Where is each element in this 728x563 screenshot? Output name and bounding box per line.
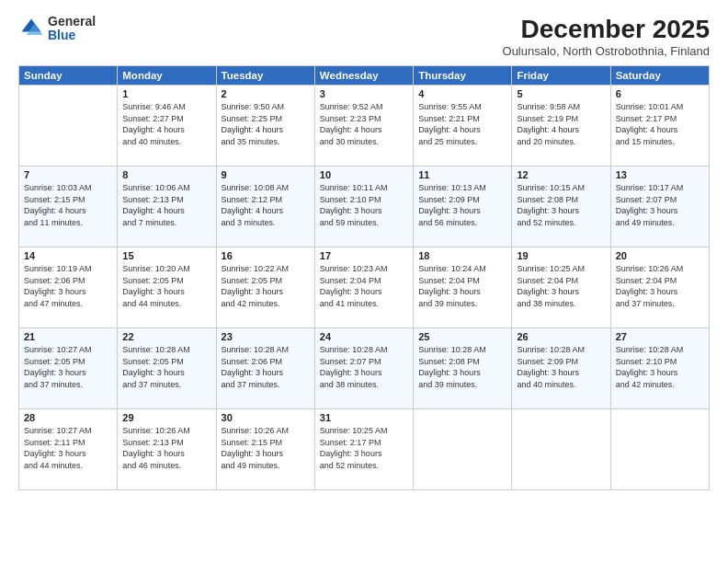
calendar-cell: 8Sunrise: 10:06 AMSunset: 2:13 PMDayligh… xyxy=(118,167,216,247)
weekday-header: Saturday xyxy=(610,66,709,86)
calendar-cell: 26Sunrise: 10:28 AMSunset: 2:09 PMDaylig… xyxy=(512,328,610,409)
cell-daylight-info: Sunrise: 10:22 AMSunset: 2:05 PMDaylight… xyxy=(222,263,310,309)
calendar-cell: 28Sunrise: 10:27 AMSunset: 2:11 PMDaylig… xyxy=(19,409,118,490)
day-number: 22 xyxy=(122,331,210,342)
weekday-header: Tuesday xyxy=(216,66,314,86)
day-number: 20 xyxy=(616,250,704,261)
day-number: 27 xyxy=(616,331,704,342)
header: General Blue December 2025 Oulunsalo, No… xyxy=(18,15,710,58)
calendar-cell: 23Sunrise: 10:28 AMSunset: 2:06 PMDaylig… xyxy=(216,328,314,409)
cell-daylight-info: Sunrise: 10:26 AMSunset: 2:15 PMDaylight… xyxy=(222,425,310,471)
calendar-cell: 14Sunrise: 10:19 AMSunset: 2:06 PMDaylig… xyxy=(19,247,118,328)
day-number: 5 xyxy=(517,88,605,99)
cell-daylight-info: Sunrise: 9:50 AMSunset: 2:25 PMDaylight:… xyxy=(222,101,310,147)
calendar-week-row: 28Sunrise: 10:27 AMSunset: 2:11 PMDaylig… xyxy=(19,409,710,490)
day-number: 2 xyxy=(222,88,310,99)
cell-daylight-info: Sunrise: 10:28 AMSunset: 2:10 PMDaylight… xyxy=(616,344,704,390)
logo-blue-text: Blue xyxy=(48,29,96,42)
page: General Blue December 2025 Oulunsalo, No… xyxy=(0,0,728,563)
cell-daylight-info: Sunrise: 10:28 AMSunset: 2:07 PMDaylight… xyxy=(320,344,408,390)
calendar-cell: 6Sunrise: 10:01 AMSunset: 2:17 PMDayligh… xyxy=(610,86,709,167)
calendar-cell: 1Sunrise: 9:46 AMSunset: 2:27 PMDaylight… xyxy=(118,86,216,167)
calendar-cell: 15Sunrise: 10:20 AMSunset: 2:05 PMDaylig… xyxy=(118,247,216,328)
cell-daylight-info: Sunrise: 9:52 AMSunset: 2:23 PMDaylight:… xyxy=(320,101,408,147)
day-number: 6 xyxy=(616,88,704,99)
calendar-week-row: 1Sunrise: 9:46 AMSunset: 2:27 PMDaylight… xyxy=(19,86,710,167)
day-number: 1 xyxy=(122,88,210,99)
calendar-cell: 11Sunrise: 10:13 AMSunset: 2:09 PMDaylig… xyxy=(414,167,512,247)
cell-daylight-info: Sunrise: 10:25 AMSunset: 2:17 PMDaylight… xyxy=(320,425,408,471)
day-number: 31 xyxy=(320,412,408,423)
calendar-cell: 4Sunrise: 9:55 AMSunset: 2:21 PMDaylight… xyxy=(414,86,512,167)
day-number: 4 xyxy=(418,88,506,99)
calendar-week-row: 21Sunrise: 10:27 AMSunset: 2:05 PMDaylig… xyxy=(19,328,710,409)
calendar-table: SundayMondayTuesdayWednesdayThursdayFrid… xyxy=(18,65,710,490)
cell-daylight-info: Sunrise: 10:13 AMSunset: 2:09 PMDaylight… xyxy=(418,182,506,228)
day-number: 10 xyxy=(320,169,408,180)
subtitle: Oulunsalo, North Ostrobothnia, Finland xyxy=(503,44,710,58)
calendar-cell: 12Sunrise: 10:15 AMSunset: 2:08 PMDaylig… xyxy=(512,167,610,247)
day-number: 11 xyxy=(418,169,506,180)
calendar-cell xyxy=(610,409,709,490)
calendar-cell xyxy=(19,86,118,167)
calendar-cell: 29Sunrise: 10:26 AMSunset: 2:13 PMDaylig… xyxy=(118,409,216,490)
logo: General Blue xyxy=(18,15,96,43)
weekday-header: Sunday xyxy=(19,66,118,86)
day-number: 26 xyxy=(517,331,605,342)
calendar-cell: 30Sunrise: 10:26 AMSunset: 2:15 PMDaylig… xyxy=(216,409,314,490)
day-number: 28 xyxy=(24,412,112,423)
day-number: 12 xyxy=(517,169,605,180)
cell-daylight-info: Sunrise: 10:27 AMSunset: 2:11 PMDaylight… xyxy=(24,425,112,471)
day-number: 14 xyxy=(24,250,112,261)
day-number: 29 xyxy=(122,412,210,423)
calendar-cell: 9Sunrise: 10:08 AMSunset: 2:12 PMDayligh… xyxy=(216,167,314,247)
cell-daylight-info: Sunrise: 10:06 AMSunset: 2:13 PMDaylight… xyxy=(122,182,210,228)
day-number: 25 xyxy=(418,331,506,342)
cell-daylight-info: Sunrise: 9:46 AMSunset: 2:27 PMDaylight:… xyxy=(122,101,210,147)
cell-daylight-info: Sunrise: 10:15 AMSunset: 2:08 PMDaylight… xyxy=(517,182,605,228)
calendar-cell: 5Sunrise: 9:58 AMSunset: 2:19 PMDaylight… xyxy=(512,86,610,167)
cell-daylight-info: Sunrise: 10:08 AMSunset: 2:12 PMDaylight… xyxy=(222,182,310,228)
cell-daylight-info: Sunrise: 10:19 AMSunset: 2:06 PMDaylight… xyxy=(24,263,112,309)
weekday-header: Friday xyxy=(512,66,610,86)
weekday-header: Wednesday xyxy=(314,66,413,86)
calendar-cell: 25Sunrise: 10:28 AMSunset: 2:08 PMDaylig… xyxy=(414,328,512,409)
cell-daylight-info: Sunrise: 9:58 AMSunset: 2:19 PMDaylight:… xyxy=(517,101,605,147)
cell-daylight-info: Sunrise: 10:28 AMSunset: 2:08 PMDaylight… xyxy=(418,344,506,390)
calendar-cell xyxy=(512,409,610,490)
title-section: December 2025 Oulunsalo, North Ostroboth… xyxy=(503,15,710,58)
day-number: 24 xyxy=(320,331,408,342)
cell-daylight-info: Sunrise: 10:17 AMSunset: 2:07 PMDaylight… xyxy=(616,182,704,228)
calendar-cell: 31Sunrise: 10:25 AMSunset: 2:17 PMDaylig… xyxy=(314,409,413,490)
cell-daylight-info: Sunrise: 10:01 AMSunset: 2:17 PMDaylight… xyxy=(616,101,704,147)
day-number: 7 xyxy=(24,169,112,180)
calendar-cell: 21Sunrise: 10:27 AMSunset: 2:05 PMDaylig… xyxy=(19,328,118,409)
cell-daylight-info: Sunrise: 10:26 AMSunset: 2:13 PMDaylight… xyxy=(122,425,210,471)
calendar-cell: 27Sunrise: 10:28 AMSunset: 2:10 PMDaylig… xyxy=(610,328,709,409)
cell-daylight-info: Sunrise: 10:25 AMSunset: 2:04 PMDaylight… xyxy=(517,263,605,309)
cell-daylight-info: Sunrise: 9:55 AMSunset: 2:21 PMDaylight:… xyxy=(418,101,506,147)
calendar-cell: 2Sunrise: 9:50 AMSunset: 2:25 PMDaylight… xyxy=(216,86,314,167)
cell-daylight-info: Sunrise: 10:28 AMSunset: 2:09 PMDaylight… xyxy=(517,344,605,390)
calendar-cell: 22Sunrise: 10:28 AMSunset: 2:05 PMDaylig… xyxy=(118,328,216,409)
cell-daylight-info: Sunrise: 10:27 AMSunset: 2:05 PMDaylight… xyxy=(24,344,112,390)
logo-text: General Blue xyxy=(48,15,96,43)
cell-daylight-info: Sunrise: 10:11 AMSunset: 2:10 PMDaylight… xyxy=(320,182,408,228)
day-number: 9 xyxy=(222,169,310,180)
calendar-cell: 13Sunrise: 10:17 AMSunset: 2:07 PMDaylig… xyxy=(610,167,709,247)
day-number: 23 xyxy=(222,331,310,342)
calendar-cell: 19Sunrise: 10:25 AMSunset: 2:04 PMDaylig… xyxy=(512,247,610,328)
cell-daylight-info: Sunrise: 10:28 AMSunset: 2:06 PMDaylight… xyxy=(222,344,310,390)
cell-daylight-info: Sunrise: 10:24 AMSunset: 2:04 PMDaylight… xyxy=(418,263,506,309)
main-title: December 2025 xyxy=(503,15,710,44)
calendar-cell: 20Sunrise: 10:26 AMSunset: 2:04 PMDaylig… xyxy=(610,247,709,328)
cell-daylight-info: Sunrise: 10:26 AMSunset: 2:04 PMDaylight… xyxy=(616,263,704,309)
logo-icon xyxy=(18,16,44,41)
day-number: 8 xyxy=(122,169,210,180)
calendar-header-row: SundayMondayTuesdayWednesdayThursdayFrid… xyxy=(19,66,710,86)
cell-daylight-info: Sunrise: 10:23 AMSunset: 2:04 PMDaylight… xyxy=(320,263,408,309)
weekday-header: Monday xyxy=(118,66,216,86)
calendar-cell: 17Sunrise: 10:23 AMSunset: 2:04 PMDaylig… xyxy=(314,247,413,328)
calendar-cell xyxy=(414,409,512,490)
day-number: 19 xyxy=(517,250,605,261)
